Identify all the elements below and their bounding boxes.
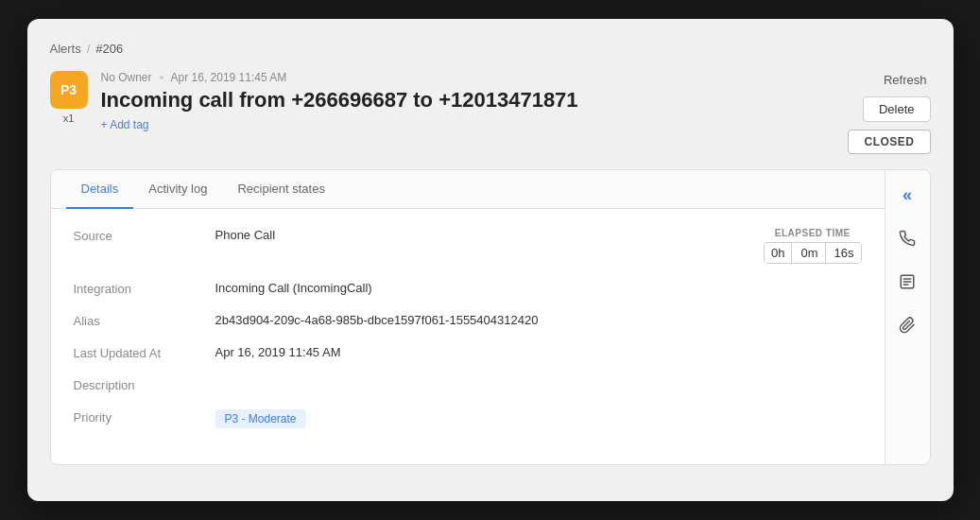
alert-window: Alerts / #206 P3 x1 No Owner Apr 16, 201… [27, 19, 954, 501]
breadcrumb-separator: / [87, 42, 91, 56]
dot-separator [160, 76, 163, 79]
elapsed-hours: 0h [765, 243, 792, 263]
label-description: Description [74, 377, 215, 392]
elapsed-time: 0h 0m 16s [764, 242, 862, 264]
timestamp: Apr 16, 2019 11:45 AM [171, 71, 287, 84]
closed-button[interactable]: CLOSED [848, 130, 930, 154]
avatar-badge: P3 x1 [50, 71, 88, 124]
attachment-icon[interactable] [894, 312, 920, 338]
label-source: Source [74, 228, 215, 243]
elapsed-minutes: 0m [794, 243, 825, 263]
label-priority: Priority [74, 409, 215, 425]
details-content: Source Phone Call ELAPSED TIME 0h 0m 16s [51, 209, 885, 464]
field-row-priority: Priority P3 - Moderate [74, 409, 862, 428]
notes-icon[interactable] [894, 269, 920, 295]
breadcrumb-id: #206 [95, 42, 123, 56]
value-source: Phone Call [215, 228, 765, 242]
source-row: Phone Call ELAPSED TIME 0h 0m 16s [215, 228, 862, 264]
elapsed-seconds: 16s [828, 243, 861, 263]
priority-badge[interactable]: P3 - Moderate [215, 409, 306, 428]
elapsed-label: ELAPSED TIME [775, 228, 851, 238]
card-left: Details Activity log Recipient states So… [51, 170, 885, 464]
field-row-description: Description [74, 377, 862, 392]
breadcrumb: Alerts / #206 [50, 42, 931, 56]
elapsed-box: ELAPSED TIME 0h 0m 16s [764, 228, 862, 264]
count-badge: x1 [63, 113, 75, 124]
label-integration: Integration [74, 281, 215, 296]
header-right: Refresh Delete CLOSED [848, 71, 930, 154]
header-info: No Owner Apr 16, 2019 11:45 AM Incoming … [101, 71, 578, 131]
refresh-button[interactable]: Refresh [880, 71, 931, 89]
tab-activity-log[interactable]: Activity log [133, 170, 222, 209]
delete-button[interactable]: Delete [863, 96, 931, 122]
alert-header: P3 x1 No Owner Apr 16, 2019 11:45 AM Inc… [50, 71, 931, 154]
field-row-last-updated: Last Updated At Apr 16, 2019 11:45 AM [74, 345, 862, 360]
label-alias: Alias [74, 313, 215, 328]
collapse-icon[interactable]: « [894, 182, 920, 208]
alert-title: Incoming call from +266696687 to +120134… [101, 88, 578, 113]
header-left: P3 x1 No Owner Apr 16, 2019 11:45 AM Inc… [50, 71, 578, 131]
add-tag-button[interactable]: + Add tag [101, 118, 578, 131]
phone-icon[interactable] [894, 225, 920, 251]
tab-details[interactable]: Details [66, 170, 134, 209]
field-row-source: Source Phone Call ELAPSED TIME 0h 0m 16s [74, 228, 862, 264]
value-alias: 2b43d904-209c-4a68-985b-dbce1597f061-155… [215, 313, 862, 327]
value-last-updated: Apr 16, 2019 11:45 AM [215, 345, 862, 359]
tabs: Details Activity log Recipient states [51, 170, 885, 209]
owner-label: No Owner [101, 71, 152, 84]
label-last-updated: Last Updated At [74, 345, 215, 360]
field-row-integration: Integration Incoming Call (IncomingCall) [74, 281, 862, 296]
breadcrumb-parent[interactable]: Alerts [50, 42, 81, 56]
meta-line: No Owner Apr 16, 2019 11:45 AM [101, 71, 578, 84]
tab-recipient-states[interactable]: Recipient states [222, 170, 340, 209]
field-row-alias: Alias 2b43d904-209c-4a68-985b-dbce1597f0… [74, 313, 862, 328]
main-card: Details Activity log Recipient states So… [50, 169, 931, 465]
card-right-sidebar: « [885, 170, 930, 464]
value-integration: Incoming Call (IncomingCall) [215, 281, 862, 295]
avatar: P3 [50, 71, 88, 109]
